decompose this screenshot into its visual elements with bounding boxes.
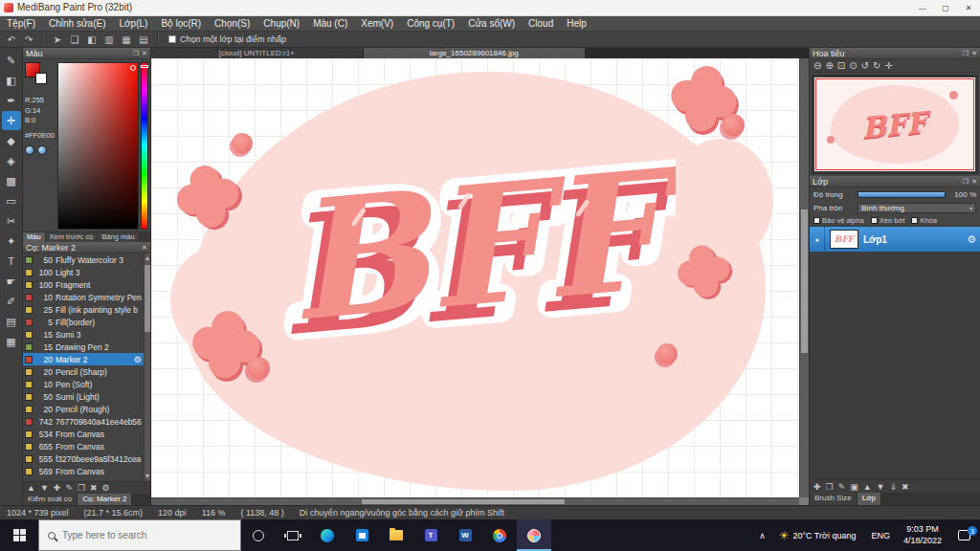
brush-list-item[interactable]: 655 From Canvas ⚙ — [23, 440, 150, 452]
select-tool[interactable]: ▭ — [2, 191, 21, 210]
brush-list-item[interactable]: 50 Fluffy Watercolor 3 ⚙ — [23, 253, 150, 266]
zoom-in-icon[interactable]: ⊕ — [825, 60, 833, 71]
menu-item[interactable]: Màu (C) — [306, 16, 354, 31]
material-tool[interactable]: ▦ — [2, 332, 21, 351]
brush-list-item[interactable]: 5 Fill(border) ⚙ — [23, 316, 150, 328]
checkbox-icon[interactable] — [168, 35, 176, 43]
right-panel-tab[interactable]: Brush Size — [810, 493, 858, 505]
menu-item[interactable]: Bộ lọc(R) — [154, 16, 208, 31]
menu-item[interactable]: Chỉnh sửa(E) — [42, 16, 113, 31]
rotate-cw-icon[interactable]: ↻ — [873, 60, 880, 71]
checkbox-icon[interactable] — [911, 217, 918, 224]
menu-item[interactable]: Cloud — [522, 16, 560, 31]
brush-list-item[interactable]: 742 767709840a41ee4eb56 ⚙ — [23, 415, 150, 428]
edit-brush-icon[interactable]: ✎ — [65, 483, 73, 493]
gradient-tool[interactable]: ▩ — [2, 171, 21, 190]
brush-down-icon[interactable]: ▼ — [40, 483, 49, 493]
scroll-down-icon[interactable] — [145, 474, 149, 478]
maximize-button[interactable]: ▢ — [934, 0, 957, 15]
brush-up-icon[interactable]: ▲ — [27, 483, 35, 493]
color-tab[interactable]: Xem trước cọ — [46, 232, 99, 242]
layer-up-icon[interactable]: ▲ — [863, 482, 872, 492]
color-tab[interactable]: Màu — [23, 232, 46, 242]
menu-item[interactable]: Xem(V) — [354, 16, 400, 31]
brush-scrollbar[interactable] — [144, 253, 150, 481]
bucket-tool[interactable]: ◈ — [2, 151, 21, 170]
layer-down-icon[interactable]: ▼ — [877, 482, 885, 492]
menu-item[interactable]: Lớp(L) — [113, 16, 155, 31]
gear-icon[interactable]: ⚙ — [967, 233, 976, 246]
panel-left-icon[interactable]: ▥ — [101, 33, 117, 46]
add-brush-icon[interactable]: ✚ — [54, 483, 61, 493]
brush-list-item[interactable]: 25 Fill (ink painting style b ⚙ — [23, 303, 150, 316]
close-icon[interactable]: ✕ — [971, 178, 977, 186]
background-color-swatch[interactable] — [35, 73, 47, 84]
layer-folder-icon[interactable]: ▣ — [850, 482, 858, 492]
brush-list-item[interactable]: 100 Fragment ⚙ — [23, 278, 150, 291]
store-button[interactable] — [345, 519, 379, 551]
brush-list-item[interactable]: 534 From Canvas ⚙ — [23, 428, 150, 440]
popout-icon[interactable]: ❐ — [963, 50, 969, 57]
duplicate-brush-icon[interactable]: ❐ — [78, 483, 85, 493]
close-button[interactable]: ✕ — [957, 0, 980, 15]
magic-wand-tool[interactable]: ✦ — [2, 231, 21, 251]
popout-icon[interactable]: ❐ — [963, 178, 969, 186]
edit-layer-icon[interactable]: ✎ — [838, 482, 846, 492]
sv-cursor[interactable] — [130, 65, 136, 71]
vertical-scrollbar[interactable] — [799, 58, 809, 497]
horizontal-scrollbar[interactable] — [151, 497, 799, 505]
weather-widget[interactable]: ☀ 20°C Trời quang — [771, 529, 864, 542]
language-indicator[interactable]: ENG — [863, 531, 898, 540]
scrollbar-thumb[interactable] — [801, 209, 808, 353]
zoom-out-icon[interactable]: ⊖ — [813, 60, 821, 71]
brush-list-item[interactable]: 555 f3270beee9a5f3412cea ⚙ — [23, 452, 150, 465]
web-color-icon[interactable] — [25, 145, 34, 155]
brush-list-item[interactable]: 100 Light 3 ⚙ — [23, 266, 150, 278]
document-tab[interactable]: [cloud] UNTITLED:r1+ — [151, 48, 364, 58]
minimize-button[interactable]: — — [911, 0, 934, 15]
pointer-tool[interactable]: ☛ — [2, 272, 21, 291]
right-panel-tab[interactable]: Lớp — [858, 493, 881, 505]
web-color-icon[interactable] — [37, 145, 47, 155]
comment-icon[interactable]: ❏ — [67, 33, 82, 46]
text-tool[interactable]: T — [2, 252, 21, 271]
saturation-value-picker[interactable] — [57, 62, 139, 230]
brush-list-item[interactable]: 10 Pen (Soft) ⚙ — [23, 378, 150, 390]
grid-icon[interactable]: ▦ — [119, 33, 134, 46]
clock[interactable]: 9:03 PM 4/18/2022 — [898, 524, 947, 546]
cursor-icon[interactable]: ➤ — [50, 33, 65, 46]
popout-icon[interactable]: ❐ — [133, 50, 139, 57]
edge-button[interactable] — [310, 519, 345, 551]
layer-visibility-icon[interactable]: ● — [810, 227, 825, 252]
layer-row-selected[interactable]: ● BFF Lớp1 ⚙ — [810, 227, 980, 252]
brush-list-item[interactable]: 15 Drawing Pen 2 ⚙ — [23, 341, 150, 353]
file-explorer-button[interactable] — [379, 519, 413, 551]
color-tab[interactable]: Bảng màu — [98, 232, 139, 242]
menu-item[interactable]: Tệp(F) — [0, 16, 42, 31]
start-button[interactable] — [0, 519, 38, 551]
scrollbar-thumb[interactable] — [145, 265, 150, 332]
document-tab-active[interactable]: large_1650289601846.jpg — [364, 48, 586, 58]
opacity-slider[interactable] — [858, 191, 946, 198]
brush-list-item[interactable]: 20 Pencil (Sharp) ⚙ — [23, 365, 150, 378]
task-view-button[interactable] — [276, 519, 310, 551]
hidden-icons-chevron[interactable]: ∧ — [754, 531, 771, 540]
brush-panel-tab[interactable]: Cọ: Marker 2 — [78, 494, 132, 505]
rotate-ccw-icon[interactable]: ↺ — [861, 60, 869, 71]
add-layer-icon[interactable]: ✚ — [813, 482, 821, 492]
action-center-button[interactable]: 3 — [947, 530, 980, 540]
close-icon[interactable]: ✕ — [971, 50, 977, 57]
medibang-button[interactable] — [517, 519, 551, 551]
delete-layer-icon[interactable]: ✖ — [902, 482, 909, 492]
blend-select[interactable]: Bình thường ▾ — [858, 203, 976, 213]
canvas-viewport[interactable]: BFF BFF BFF — [151, 58, 809, 505]
menu-item[interactable]: Chụp(N) — [256, 16, 306, 31]
taskbar-search[interactable] — [38, 519, 241, 551]
navigator-preview[interactable]: BFF — [812, 75, 978, 174]
layer-option-checkbox[interactable]: Khóa — [911, 216, 937, 225]
checkbox-icon[interactable] — [813, 217, 820, 224]
menu-item[interactable]: Chọn(S) — [208, 16, 256, 31]
close-icon[interactable]: ✕ — [142, 244, 147, 252]
word-button[interactable]: W — [448, 519, 482, 551]
ink-pen-tool[interactable]: ✒ — [2, 91, 21, 110]
